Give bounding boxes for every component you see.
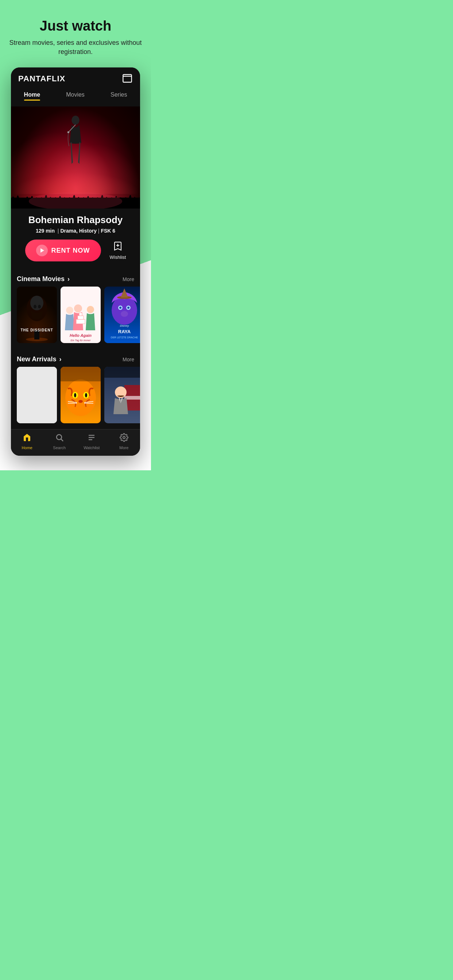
svg-rect-20 [76,320,85,324]
movie-fsk: FSK 6 [100,228,115,234]
svg-point-6 [29,192,123,208]
rent-now-label: RENT NOW [51,247,90,255]
bottom-nav-home[interactable]: Home [11,433,43,450]
svg-rect-21 [78,316,83,320]
app-logo: PANTAFLIX [18,74,65,83]
cinema-movies-chevron: › [67,275,70,283]
search-icon [55,433,64,444]
new-arrivals-header: New Arrivals › More [11,349,140,367]
home-label: Home [22,445,32,450]
new-arrivals-thumb-2[interactable] [61,367,100,423]
movie-genres: Drama, History [60,228,97,234]
wishlist-icon [113,241,122,253]
new-arrivals-title: New Arrivals › [17,355,61,363]
movie-thumb-raya[interactable]: Disney RAYA DER LETZTE DRACHE [104,286,140,343]
svg-text:Disney: Disney [120,324,129,328]
svg-rect-62 [61,367,100,381]
more-label: More [119,445,128,450]
wishlist-button[interactable]: Wishlist [110,241,126,260]
hero-title: Just watch [7,18,144,34]
svg-point-2 [72,116,79,125]
new-arrivals-thumb-3[interactable] [104,367,140,423]
svg-point-19 [74,304,82,312]
svg-point-32 [121,311,128,317]
movie-title: Bohemian Rhapsody [18,215,133,226]
singer-figure [61,114,90,172]
tab-home[interactable]: Home [18,90,46,102]
svg-point-79 [123,436,125,439]
movie-thumb-dissident[interactable]: THE DISSIDENT [17,286,57,343]
svg-point-18 [66,307,73,314]
svg-point-23 [87,306,94,313]
movie-info: Bohemian Rhapsody 129 min | Drama, Histo… [11,208,140,269]
svg-rect-22 [79,313,82,316]
rent-now-button[interactable]: RENT NOW [25,240,101,261]
wishlist-label: Wishlist [110,255,126,260]
svg-point-30 [119,307,121,309]
hero-section: Just watch Stream movies, series and exc… [0,0,151,470]
svg-text:Hello Again: Hello Again [70,333,91,337]
movie-thumb-hello-again[interactable]: Hello Again Ein Tag für immer [61,286,100,343]
cinema-movies-header: Cinema Movies › More [11,269,140,286]
home-icon [22,433,31,444]
play-triangle-icon [40,248,44,253]
new-arrivals-thumb-1[interactable] [17,367,57,423]
new-arrivals-chevron: › [59,355,61,363]
svg-text:Ein Tag für immer: Ein Tag für immer [71,339,91,342]
hero-banner [11,107,140,208]
movie-meta: 129 min | Drama, History | FSK 6 [18,228,133,234]
dissident-title-overlay: THE DISSIDENT [17,328,57,332]
tab-movies[interactable]: Movies [60,90,91,102]
svg-rect-65 [124,396,140,399]
svg-rect-67 [104,367,140,378]
app-card: PANTAFLIX Home Movies Series [11,67,140,456]
top-bar: PANTAFLIX [11,67,140,87]
new-arrivals-more[interactable]: More [123,356,134,363]
tab-series[interactable]: Series [105,90,133,102]
cinema-movies-more[interactable]: More [123,276,134,282]
bottom-nav-search[interactable]: Search [43,433,76,450]
play-circle-icon [36,245,48,256]
svg-point-55 [74,393,76,398]
hero-subtitle: Stream movies, series and exclusives wit… [7,38,144,57]
bottom-nav-more[interactable]: More [108,433,140,450]
svg-point-52 [65,380,96,416]
svg-point-74 [57,434,62,440]
svg-point-4 [67,131,69,133]
svg-text:DER LETZTE DRACHE: DER LETZTE DRACHE [111,336,138,339]
gear-icon [120,433,128,444]
new-arrivals-row: 6 OSCAR®-NOM. JAMES FR... 12 ... [11,367,140,429]
svg-rect-50 [17,367,57,423]
cinema-movies-title: Cinema Movies › [17,275,70,283]
svg-point-57 [78,400,83,403]
search-label: Search [53,445,65,450]
svg-point-31 [127,307,129,309]
bottom-nav-watchlist[interactable]: Watchlist [75,433,108,450]
bottom-nav: Home Search [11,429,140,456]
cinema-movies-row: THE DISSIDENT [11,286,140,349]
watchlist-icon [87,433,96,444]
svg-text:RAYA: RAYA [118,329,131,334]
svg-point-56 [85,393,87,398]
watchlist-label: Watchlist [83,445,100,450]
svg-point-13 [33,305,37,309]
smoke-effect [11,172,140,194]
svg-line-75 [61,439,63,442]
nav-tabs: Home Movies Series [11,87,140,107]
cast-button[interactable] [122,73,133,84]
movie-duration: 129 min [36,228,55,234]
svg-point-12 [30,296,43,310]
action-row: RENT NOW Wishlist [18,240,133,261]
svg-point-14 [38,305,41,309]
svg-rect-0 [123,76,131,83]
